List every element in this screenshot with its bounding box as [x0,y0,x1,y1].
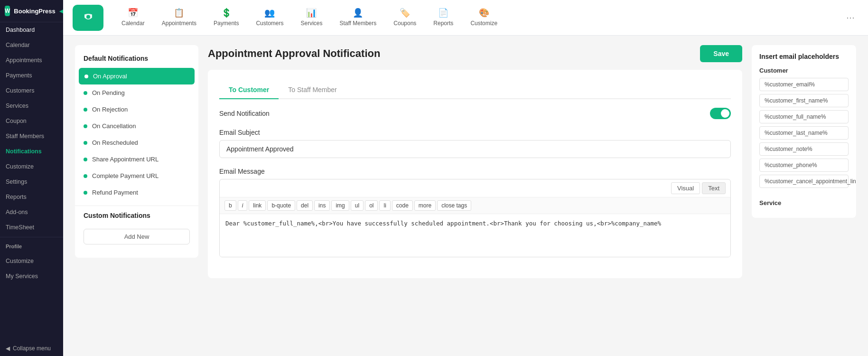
sidebar-item-appointments[interactable]: Appointments [0,53,63,68]
placeholder-customer-cancel-link[interactable]: %customer_cancel_appointment_link% [759,175,849,188]
add-new-button[interactable]: Add New [84,229,190,244]
services-nav-icon: 📊 [306,8,317,18]
dot-icon [84,91,87,95]
nav-more-button[interactable]: ⋯ [842,9,859,27]
left-panel: Default Notifications On Approval On Pen… [75,45,198,258]
email-subject-label: Email Subject [219,129,731,136]
toolbar-link[interactable]: link [249,200,266,211]
reports-nav-icon: 📄 [438,8,448,18]
nav-item-staff[interactable]: 👤 Staff Members [331,4,385,31]
sidebar: W BookingPress ◀ Dashboard Calendar Appo… [0,0,63,356]
toolbar-ol[interactable]: ol [365,200,378,211]
dot-icon [84,191,87,195]
tab-to-staff-member[interactable]: To Staff Member [279,81,346,99]
nav-label-customers: Customers [256,20,283,27]
right-panel: Insert email placeholders Customer %cust… [752,45,856,218]
collapse-menu-button[interactable]: ◀ Collapse menu [0,341,63,356]
nav-label-services: Services [300,20,322,27]
notification-item-on-rejection[interactable]: On Rejection [75,101,198,118]
sidebar-item-services[interactable]: Services [0,98,63,113]
dot-icon [84,124,87,128]
sidebar-item-dashboard[interactable]: Dashboard [0,22,63,37]
nav-item-reports[interactable]: 📄 Reports [425,4,462,31]
placeholder-customer-email[interactable]: %customer_email% [759,78,849,91]
sidebar-item-coupon[interactable]: Coupon [0,113,63,129]
customer-section-title: Customer [759,67,849,74]
tabs: To Customer To Staff Member [219,81,731,99]
toolbar-del[interactable]: del [297,200,313,211]
editor-toolbar: b i link b-quote del ins img ul ol li co… [220,197,730,214]
sidebar-item-my-services[interactable]: My Services [0,269,63,284]
notification-item-on-pending[interactable]: On Pending [75,84,198,101]
collapse-label: Collapse menu [13,345,51,352]
nav-item-appointments[interactable]: 📋 Appointments [153,4,205,31]
email-editor: Visual Text b i link b-quote del ins img… [219,179,731,257]
sidebar-item-addons[interactable]: Add-ons [0,205,63,220]
toolbar-img[interactable]: img [331,200,349,211]
sidebar-item-reports[interactable]: Reports [0,189,63,205]
nav-item-customers[interactable]: 👥 Customers [247,4,292,31]
sidebar-item-staff[interactable]: Staff Members [0,129,63,144]
save-button[interactable]: Save [700,45,742,62]
dot-icon [84,174,87,178]
staff-nav-icon: 👤 [353,8,363,18]
nav-item-coupons[interactable]: 🏷️ Coupons [385,4,425,31]
placeholder-customer-last-name[interactable]: %customer_last_name% [759,126,849,140]
notification-label-refund-payment: Refund Payment [92,189,138,196]
notification-item-share-url[interactable]: Share Appointment URL [75,151,198,168]
nav-item-calendar[interactable]: 📅 Calendar [113,4,153,31]
toolbar-blockquote[interactable]: b-quote [267,200,295,211]
sidebar-item-profile-section[interactable]: Profile [0,239,63,253]
nav-label-customize: Customize [470,20,497,27]
notification-item-refund-payment[interactable]: Refund Payment [75,184,198,201]
text-view-button[interactable]: Text [702,182,726,194]
notification-item-complete-payment[interactable]: Complete Payment URL [75,168,198,184]
logo-icon [81,10,96,25]
toolbar-ins[interactable]: ins [314,200,330,211]
nav-item-services[interactable]: 📊 Services [292,4,331,31]
email-subject-input[interactable] [219,140,731,158]
sidebar-item-payments[interactable]: Payments [0,68,63,83]
send-notification-toggle[interactable] [710,108,731,119]
brand-icon: W [5,6,10,16]
placeholders-title: Insert email placeholders [759,53,849,60]
nav-label-appointments: Appointments [162,20,196,27]
email-message-label: Email Message [219,168,731,175]
sidebar-item-timesheet[interactable]: TimeSheet [0,220,63,235]
sidebar-item-calendar[interactable]: Calendar [0,37,63,53]
sidebar-item-customize[interactable]: Customize [0,159,63,174]
main-area: 📅 Calendar 📋 Appointments 💲 Payments 👥 C… [63,0,868,356]
placeholder-customer-phone[interactable]: %customer_phone% [759,159,849,172]
toolbar-more[interactable]: more [414,200,436,211]
collapse-icon: ◀ [6,345,10,352]
service-section-title: Service [759,199,849,206]
placeholder-customer-first-name[interactable]: %customer_first_name% [759,94,849,107]
notification-item-on-approval[interactable]: On Approval [79,68,195,84]
sidebar-item-settings[interactable]: Settings [0,174,63,189]
visual-view-button[interactable]: Visual [671,182,700,194]
send-notification-row: Send Notification [219,108,731,119]
nav-item-customize[interactable]: 🎨 Customize [462,4,506,31]
placeholder-customer-note[interactable]: %customer_note% [759,142,849,156]
placeholder-customer-full-name[interactable]: %customer_full_name% [759,110,849,123]
sidebar-item-notifications[interactable]: Notifications [0,144,63,159]
nav-label-reports: Reports [433,20,453,27]
toolbar-italic[interactable]: i [238,200,248,211]
sidebar-item-my-profile[interactable]: Customize [0,253,63,269]
toolbar-bold[interactable]: b [224,200,236,211]
toolbar-li[interactable]: li [379,200,390,211]
sidebar-brand: W BookingPress ◀ [0,0,63,22]
toolbar-close-tags[interactable]: close tags [437,200,471,211]
sidebar-item-customers[interactable]: Customers [0,83,63,98]
coupons-nav-icon: 🏷️ [400,8,410,18]
nav-item-payments[interactable]: 💲 Payments [205,4,247,31]
toolbar-ul[interactable]: ul [351,200,364,211]
editor-body[interactable]: Dear %customer_full_name%,<br>You have s… [220,214,730,257]
notification-item-on-rescheduled[interactable]: On Rescheduled [75,134,198,151]
nav-label-staff: Staff Members [339,20,376,27]
form-section: To Customer To Staff Member Send Notific… [208,70,742,278]
editor-toolbar-top: Visual Text [220,179,730,197]
tab-to-customer[interactable]: To Customer [219,81,279,99]
notification-item-on-cancellation[interactable]: On Cancellation [75,118,198,134]
toolbar-code[interactable]: code [392,200,413,211]
